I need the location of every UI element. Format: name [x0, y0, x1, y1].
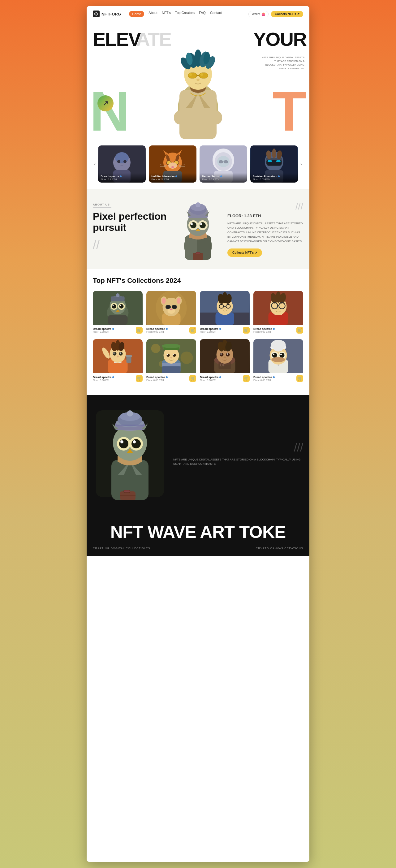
nav-links: Home About NFT's Top Creators FAQ Contac…: [129, 11, 243, 17]
hero-letter-t: T: [272, 84, 306, 139]
svg-point-178: [227, 353, 228, 354]
verified-dot-2: [220, 176, 222, 177]
nav-faq[interactable]: FAQ: [199, 11, 206, 17]
nft-card-0[interactable]: Dread spectre Floor: 0.08 ETH 🛒: [93, 291, 143, 336]
svg-point-144: [113, 352, 115, 354]
nft-card-info-1: Dread spectre Floor: 0.08 ETH 🛒: [146, 325, 196, 336]
nft-card-2[interactable]: Dread spectre Floor: 0.08 ETH 🛒: [200, 291, 250, 336]
top-collections-title: Top NFT's Collections 2024: [93, 277, 303, 285]
nav-collect-button[interactable]: Collects NFT's ↗: [271, 11, 303, 17]
svg-point-145: [120, 352, 121, 354]
feature-slash-deco: ///: [173, 441, 303, 454]
svg-point-151: [151, 344, 161, 353]
nft-card-info-6: Dread spectre Floor: 0.08 ETH 🛒: [200, 373, 250, 384]
wallet-label: Wallet: [252, 12, 260, 16]
verified-3: [273, 328, 275, 330]
nft-card-5[interactable]: Dread spectre Floor: 0.08 ETH 🛒: [146, 339, 196, 384]
carousel-item-0[interactable]: Dread spectre Floor: 0.1 ETH: [98, 146, 146, 183]
svg-point-27: [117, 160, 120, 163]
svg-point-143: [119, 352, 123, 355]
about-left: ABOUT US Pixel perfection pursuit //: [93, 203, 169, 255]
nft-card-floor-4: Floor: 0.08 ETH: [93, 379, 114, 381]
add-to-cart-0[interactable]: 🛒: [136, 327, 143, 334]
nav-home[interactable]: Home: [129, 11, 144, 17]
wallet-button[interactable]: Wallet 👛: [249, 11, 268, 17]
svg-point-134: [277, 308, 279, 310]
add-to-cart-2[interactable]: 🛒: [243, 327, 250, 334]
svg-point-165: [170, 357, 172, 359]
svg-rect-15: [188, 73, 197, 78]
nft-card-name-5: Dread spectre: [146, 376, 168, 379]
svg-rect-16: [199, 73, 208, 78]
nav-right: Wallet 👛 Collects NFT's ↗: [249, 11, 303, 17]
svg-point-21: [174, 111, 185, 124]
verified-2: [219, 328, 221, 330]
svg-point-22: [211, 111, 222, 124]
about-floor: FLOOR: 1.23 ETH: [227, 214, 303, 218]
wallet-icon: 👛: [261, 12, 265, 16]
about-collect-button[interactable]: Collects NFT's ↗: [227, 248, 262, 257]
svg-rect-109: [172, 305, 177, 309]
carousel-item-floor-3: Floor: 0.53 ETH: [253, 178, 295, 181]
svg-rect-85: [196, 252, 200, 254]
nft-card-image-2: [200, 291, 250, 325]
nft-card-name-3: Dread spectre: [253, 328, 275, 331]
carousel-item-1[interactable]: Hellifier Marauder Floor: 0.28 ETH: [149, 146, 196, 183]
nav-top-creators[interactable]: Top Creators: [175, 11, 195, 17]
about-section: ABOUT US Pixel perfection pursuit //: [87, 189, 309, 269]
svg-point-79: [191, 223, 193, 225]
footer-left-sub: CRAFTING DOGITAL COLLECTIBLES: [93, 547, 151, 550]
footer-right-sub: CRYPTO CANVAS CREATIONS: [256, 547, 303, 550]
nft-card-floor-3: Floor: 0.08 ETH: [253, 331, 275, 333]
svg-point-217: [131, 439, 141, 448]
add-to-cart-5[interactable]: 🛒: [189, 375, 196, 382]
carousel-item-floor-2: Floor: 0.13 ETH: [202, 178, 245, 181]
carousel-item-overlay-1: Hellifier Marauder Floor: 0.28 ETH: [149, 173, 196, 183]
svg-point-19: [200, 73, 203, 76]
svg-point-20: [196, 79, 200, 81]
svg-point-91: [116, 293, 120, 297]
svg-rect-57: [268, 160, 272, 162]
add-to-cart-4[interactable]: 🛒: [136, 375, 143, 382]
nav-about[interactable]: About: [148, 11, 158, 17]
nav-contact[interactable]: Contact: [210, 11, 222, 17]
add-to-cart-6[interactable]: 🛒: [243, 375, 250, 382]
nav-nfts[interactable]: NFT's: [162, 11, 171, 17]
nft-card-7[interactable]: Dread spectre Floor: 0.08 ETH 🛒: [253, 339, 303, 384]
carousel-item-2[interactable]: Nether Terror Floor: 0.13 ETH: [200, 146, 247, 183]
carousel-prev[interactable]: ‹: [93, 160, 97, 168]
verified-4: [112, 376, 114, 378]
nft-card-3[interactable]: Dread spectre Floor: 0.08 ETH 🛒: [253, 291, 303, 336]
verified-dot-1: [175, 176, 177, 177]
nft-card-name-4: Dread spectre: [93, 376, 114, 379]
nft-card-4[interactable]: Dread spectre Floor: 0.08 ETH 🛒: [93, 339, 143, 384]
svg-rect-3: [179, 90, 217, 139]
svg-rect-90: [111, 297, 125, 301]
carousel-next[interactable]: ›: [299, 160, 303, 168]
logo[interactable]: NFTFORG: [93, 10, 121, 17]
carousel-item-name-2: Nether Terror: [202, 175, 245, 178]
verified-0: [112, 328, 114, 330]
nft-card-info-0: Dread spectre Floor: 0.08 ETH 🛒: [93, 325, 143, 336]
svg-point-192: [280, 353, 285, 358]
nft-card-1[interactable]: Dread spectre Floor: 0.08 ETH 🛒: [146, 291, 196, 336]
hero-title-your: YOUR: [253, 30, 306, 49]
add-to-cart-3[interactable]: 🛒: [296, 327, 303, 334]
carousel-item-image-2: Nether Terror Floor: 0.13 ETH: [200, 146, 247, 183]
nft-card-info-2: Dread spectre Floor: 0.08 ETH 🛒: [200, 325, 250, 336]
nft-card-floor-0: Floor: 0.08 ETH: [93, 331, 114, 333]
feature-character: [93, 407, 167, 500]
carousel-item-image-3: Sinister Phanatom Floor: 0.53 ETH: [250, 146, 298, 183]
carousel-item-3[interactable]: Sinister Phanatom Floor: 0.53 ETH: [250, 146, 298, 183]
nft-card-name-7: Dread spectre: [253, 376, 275, 379]
about-character: [175, 198, 221, 260]
nft-card-floor-6: Floor: 0.08 ETH: [200, 379, 221, 381]
svg-rect-155: [162, 363, 181, 366]
add-to-cart-7[interactable]: 🛒: [296, 375, 303, 382]
verified-dot-3: [278, 176, 280, 177]
hero-arrow-circle[interactable]: ↗: [97, 95, 113, 112]
nft-card-6[interactable]: DF: [200, 339, 250, 384]
feature-right: /// NFTS ARE UNIQUE DIGITAL ASSETS THAT …: [173, 441, 303, 466]
add-to-cart-1[interactable]: 🛒: [189, 327, 196, 334]
svg-point-179: [224, 356, 226, 358]
